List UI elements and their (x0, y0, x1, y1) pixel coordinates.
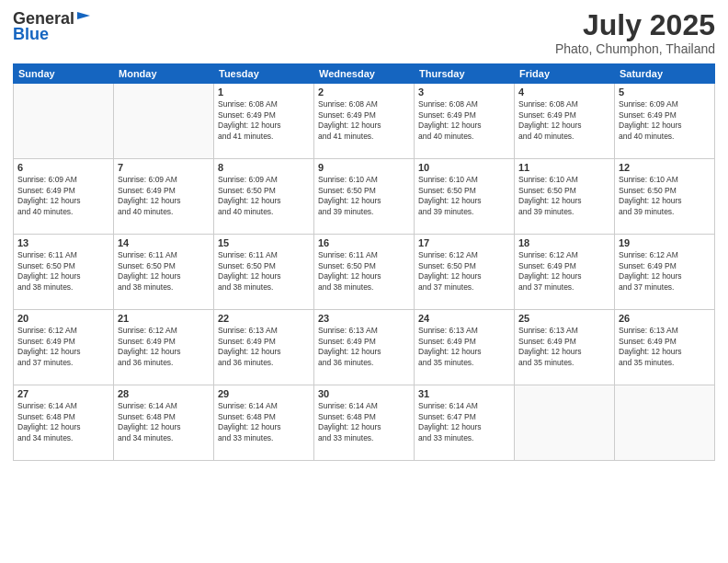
day-number: 12 (619, 162, 711, 173)
day-info: Sunrise: 6:12 AM Sunset: 6:49 PM Dayligh… (518, 250, 610, 293)
day-info: Sunrise: 6:13 AM Sunset: 6:49 PM Dayligh… (218, 326, 310, 368)
calendar-cell (14, 84, 114, 159)
calendar-cell: 7Sunrise: 6:09 AM Sunset: 6:49 PM Daylig… (114, 159, 214, 235)
day-number: 8 (218, 162, 310, 173)
day-number: 6 (17, 162, 109, 173)
day-info: Sunrise: 6:11 AM Sunset: 6:50 PM Dayligh… (118, 250, 210, 293)
logo: General Blue (13, 9, 92, 44)
calendar-cell: 15Sunrise: 6:11 AM Sunset: 6:50 PM Dayli… (214, 235, 314, 310)
logo-flag-icon (75, 10, 92, 27)
calendar-cell: 31Sunrise: 6:14 AM Sunset: 6:47 PM Dayli… (415, 385, 515, 461)
day-number: 16 (318, 237, 410, 248)
day-number: 27 (17, 388, 109, 399)
main-title: July 2025 (555, 9, 715, 41)
day-number: 10 (418, 162, 510, 173)
day-number: 23 (318, 313, 410, 324)
calendar-week-row: 6Sunrise: 6:09 AM Sunset: 6:49 PM Daylig… (14, 159, 715, 235)
calendar-cell: 17Sunrise: 6:12 AM Sunset: 6:50 PM Dayli… (415, 235, 515, 310)
calendar-header-monday: Monday (114, 64, 214, 84)
calendar-cell: 21Sunrise: 6:12 AM Sunset: 6:49 PM Dayli… (114, 310, 214, 385)
day-info: Sunrise: 6:08 AM Sunset: 6:49 PM Dayligh… (318, 99, 410, 142)
day-number: 25 (518, 313, 610, 324)
calendar-cell: 6Sunrise: 6:09 AM Sunset: 6:49 PM Daylig… (14, 159, 114, 235)
calendar-header-sunday: Sunday (14, 64, 114, 84)
day-info: Sunrise: 6:08 AM Sunset: 6:49 PM Dayligh… (518, 99, 610, 142)
day-info: Sunrise: 6:13 AM Sunset: 6:49 PM Dayligh… (318, 326, 410, 368)
calendar-cell: 19Sunrise: 6:12 AM Sunset: 6:49 PM Dayli… (615, 235, 715, 310)
calendar-cell: 4Sunrise: 6:08 AM Sunset: 6:49 PM Daylig… (515, 84, 615, 159)
calendar-cell: 12Sunrise: 6:10 AM Sunset: 6:50 PM Dayli… (615, 159, 715, 235)
calendar-cell (515, 385, 615, 461)
day-info: Sunrise: 6:12 AM Sunset: 6:49 PM Dayligh… (118, 326, 210, 368)
day-info: Sunrise: 6:09 AM Sunset: 6:50 PM Dayligh… (218, 175, 310, 217)
day-number: 26 (619, 313, 711, 324)
day-info: Sunrise: 6:10 AM Sunset: 6:50 PM Dayligh… (318, 175, 410, 217)
calendar-header-wednesday: Wednesday (314, 64, 415, 84)
day-number: 3 (418, 86, 510, 98)
day-number: 13 (17, 237, 109, 248)
calendar-cell: 3Sunrise: 6:08 AM Sunset: 6:49 PM Daylig… (415, 84, 515, 159)
day-info: Sunrise: 6:14 AM Sunset: 6:48 PM Dayligh… (118, 401, 210, 443)
day-info: Sunrise: 6:14 AM Sunset: 6:48 PM Dayligh… (318, 401, 410, 443)
day-number: 22 (218, 313, 310, 324)
calendar-header-thursday: Thursday (415, 64, 515, 84)
day-info: Sunrise: 6:10 AM Sunset: 6:50 PM Dayligh… (418, 175, 510, 217)
day-info: Sunrise: 6:08 AM Sunset: 6:49 PM Dayligh… (418, 99, 510, 142)
calendar-cell: 2Sunrise: 6:08 AM Sunset: 6:49 PM Daylig… (314, 84, 415, 159)
day-number: 18 (518, 237, 610, 248)
calendar-cell: 10Sunrise: 6:10 AM Sunset: 6:50 PM Dayli… (415, 159, 515, 235)
calendar-header-tuesday: Tuesday (214, 64, 314, 84)
day-number: 9 (318, 162, 410, 173)
day-number: 4 (518, 86, 610, 98)
calendar-week-row: 27Sunrise: 6:14 AM Sunset: 6:48 PM Dayli… (14, 385, 715, 461)
day-info: Sunrise: 6:08 AM Sunset: 6:49 PM Dayligh… (218, 99, 310, 142)
svg-marker-0 (77, 12, 90, 19)
day-info: Sunrise: 6:09 AM Sunset: 6:49 PM Dayligh… (17, 175, 109, 217)
calendar-cell: 13Sunrise: 6:11 AM Sunset: 6:50 PM Dayli… (14, 235, 114, 310)
calendar-cell: 22Sunrise: 6:13 AM Sunset: 6:49 PM Dayli… (214, 310, 314, 385)
calendar-cell: 29Sunrise: 6:14 AM Sunset: 6:48 PM Dayli… (214, 385, 314, 461)
calendar-cell: 24Sunrise: 6:13 AM Sunset: 6:49 PM Dayli… (415, 310, 515, 385)
day-info: Sunrise: 6:12 AM Sunset: 6:50 PM Dayligh… (418, 250, 510, 293)
day-info: Sunrise: 6:13 AM Sunset: 6:49 PM Dayligh… (518, 326, 610, 368)
day-number: 14 (118, 237, 210, 248)
calendar-cell: 14Sunrise: 6:11 AM Sunset: 6:50 PM Dayli… (114, 235, 214, 310)
calendar-cell (114, 84, 214, 159)
calendar-table: SundayMondayTuesdayWednesdayThursdayFrid… (13, 63, 715, 461)
day-number: 1 (218, 86, 310, 98)
day-info: Sunrise: 6:12 AM Sunset: 6:49 PM Dayligh… (17, 326, 109, 368)
page: General Blue July 2025 Phato, Chumphon, … (0, 0, 728, 563)
calendar-cell: 16Sunrise: 6:11 AM Sunset: 6:50 PM Dayli… (314, 235, 415, 310)
calendar-cell: 28Sunrise: 6:14 AM Sunset: 6:48 PM Dayli… (114, 385, 214, 461)
day-number: 2 (318, 86, 410, 98)
day-info: Sunrise: 6:13 AM Sunset: 6:49 PM Dayligh… (619, 326, 711, 368)
day-number: 15 (218, 237, 310, 248)
calendar-week-row: 13Sunrise: 6:11 AM Sunset: 6:50 PM Dayli… (14, 235, 715, 310)
logo-blue-text: Blue (13, 25, 49, 44)
day-info: Sunrise: 6:11 AM Sunset: 6:50 PM Dayligh… (17, 250, 109, 293)
day-info: Sunrise: 6:10 AM Sunset: 6:50 PM Dayligh… (619, 175, 711, 217)
calendar-cell: 9Sunrise: 6:10 AM Sunset: 6:50 PM Daylig… (314, 159, 415, 235)
day-number: 29 (218, 388, 310, 399)
calendar-cell: 1Sunrise: 6:08 AM Sunset: 6:49 PM Daylig… (214, 84, 314, 159)
calendar-header-saturday: Saturday (615, 64, 715, 84)
day-number: 17 (418, 237, 510, 248)
day-info: Sunrise: 6:14 AM Sunset: 6:48 PM Dayligh… (17, 401, 109, 443)
calendar-cell: 23Sunrise: 6:13 AM Sunset: 6:49 PM Dayli… (314, 310, 415, 385)
calendar-cell: 27Sunrise: 6:14 AM Sunset: 6:48 PM Dayli… (14, 385, 114, 461)
day-number: 31 (418, 388, 510, 399)
calendar-week-row: 20Sunrise: 6:12 AM Sunset: 6:49 PM Dayli… (14, 310, 715, 385)
calendar-cell: 11Sunrise: 6:10 AM Sunset: 6:50 PM Dayli… (515, 159, 615, 235)
day-info: Sunrise: 6:10 AM Sunset: 6:50 PM Dayligh… (518, 175, 610, 217)
day-number: 20 (17, 313, 109, 324)
day-info: Sunrise: 6:14 AM Sunset: 6:48 PM Dayligh… (218, 401, 310, 443)
day-info: Sunrise: 6:13 AM Sunset: 6:49 PM Dayligh… (418, 326, 510, 368)
calendar-header-row: SundayMondayTuesdayWednesdayThursdayFrid… (14, 64, 715, 84)
day-number: 19 (619, 237, 711, 248)
day-info: Sunrise: 6:11 AM Sunset: 6:50 PM Dayligh… (218, 250, 310, 293)
title-block: July 2025 Phato, Chumphon, Thailand (555, 9, 715, 56)
calendar-week-row: 1Sunrise: 6:08 AM Sunset: 6:49 PM Daylig… (14, 84, 715, 159)
day-number: 28 (118, 388, 210, 399)
day-number: 11 (518, 162, 610, 173)
day-number: 21 (118, 313, 210, 324)
